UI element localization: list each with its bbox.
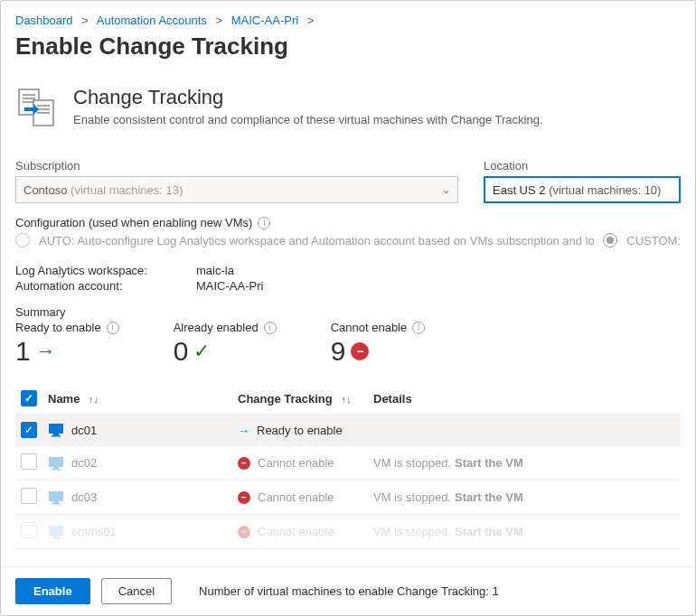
- svg-rect-18: [53, 536, 59, 537]
- vm-name: dc02: [71, 456, 97, 470]
- subscription-dropdown[interactable]: Contoso (virtual machines: 13) ⌄: [15, 176, 458, 203]
- status-text: Ready to enable: [257, 424, 343, 437]
- config-label: Configuration (used when enabling new VM…: [15, 216, 681, 229]
- radio-auto[interactable]: [15, 233, 30, 247]
- row-checkbox: [21, 488, 37, 504]
- workspace-label: Log Analytics workspace:: [15, 264, 196, 277]
- vm-icon: [48, 423, 64, 437]
- cannot-count: 9: [331, 336, 346, 367]
- cannot-label: Cannot enable: [331, 321, 408, 334]
- chevron-right-icon: >: [216, 14, 223, 27]
- ready-count: 1: [15, 336, 31, 367]
- svg-rect-14: [49, 491, 63, 501]
- svg-rect-12: [53, 467, 59, 469]
- svg-rect-17: [49, 526, 63, 536]
- blocked-icon: −: [351, 342, 369, 360]
- svg-rect-16: [52, 503, 61, 505]
- sort-icon[interactable]: ↑↓: [89, 394, 99, 405]
- enable-button[interactable]: Enable: [15, 578, 90, 604]
- status-text: Cannot enable: [258, 456, 334, 470]
- svg-rect-11: [49, 457, 63, 467]
- details-text: VM is stopped.: [373, 490, 451, 504]
- subscription-label: Subscription: [15, 159, 458, 173]
- vm-icon: [48, 525, 64, 539]
- workspace-value: maic-la: [196, 264, 234, 277]
- arrow-right-icon: →: [36, 340, 56, 363]
- row-checkbox[interactable]: ✓: [21, 422, 37, 438]
- chevron-right-icon: >: [81, 14, 89, 27]
- hero-subtitle: Enable consistent control and compliance…: [73, 113, 543, 126]
- table-row[interactable]: dc02−Cannot enableVM is stopped.Start th…: [15, 446, 681, 481]
- table-row[interactable]: ✓dc01→Ready to enable: [15, 415, 681, 446]
- cancel-button[interactable]: Cancel: [101, 578, 172, 604]
- row-checkbox: [21, 522, 37, 538]
- automation-label: Automation account:: [15, 279, 196, 293]
- blocked-icon: −: [238, 491, 250, 504]
- config-auto-text: AUTO: Auto-configure Log Analytics works…: [39, 234, 594, 247]
- info-icon[interactable]: i: [107, 322, 119, 334]
- subscription-value: Contoso: [24, 183, 67, 197]
- checkmark-icon: ✓: [193, 340, 210, 363]
- svg-rect-10: [52, 435, 61, 437]
- status-text: Cannot enable: [258, 525, 334, 538]
- chevron-down-icon: ⌄: [442, 184, 450, 196]
- blocked-icon: −: [238, 526, 250, 538]
- subscription-count: (virtual machines: 13): [71, 183, 183, 197]
- details-text: VM is stopped.: [373, 525, 451, 538]
- vm-icon: [48, 456, 64, 471]
- start-vm-link[interactable]: Start the VM: [455, 525, 523, 538]
- hero-title: Change Tracking: [73, 86, 543, 109]
- status-text: Cannot enable: [258, 490, 334, 504]
- vm-table: ✓ Name ↑↓ Change Tracking ↑↓ Details ✓dc…: [15, 383, 681, 549]
- vm-icon: [48, 490, 64, 505]
- breadcrumb-dashboard[interactable]: Dashboard: [15, 14, 73, 27]
- breadcrumb: Dashboard > Automation Accounts > MAIC-A…: [15, 14, 681, 27]
- location-value: East US 2: [493, 183, 546, 197]
- ready-label: Ready to enable: [15, 321, 101, 334]
- info-icon[interactable]: i: [258, 217, 270, 229]
- svg-rect-8: [49, 424, 63, 434]
- row-checkbox: [21, 453, 37, 470]
- info-icon[interactable]: i: [264, 322, 277, 334]
- summary-title: Summary: [15, 305, 681, 319]
- svg-rect-19: [52, 537, 61, 539]
- location-label: Location: [484, 159, 681, 173]
- col-name[interactable]: Name: [48, 392, 80, 406]
- col-change-tracking[interactable]: Change Tracking: [238, 392, 333, 406]
- location-count: (virtual machines: 10): [549, 183, 661, 197]
- vm-name: dc01: [71, 424, 97, 437]
- arrow-right-icon: →: [238, 424, 249, 437]
- page-title: Enable Change Tracking: [15, 33, 681, 61]
- info-icon[interactable]: i: [412, 322, 425, 334]
- config-custom-text: CUSTOM:: [626, 234, 681, 247]
- vm-name: dc03: [71, 490, 97, 504]
- col-details[interactable]: Details: [373, 392, 412, 406]
- vm-name: omms01: [71, 525, 117, 538]
- svg-rect-15: [53, 501, 59, 503]
- breadcrumb-maic-aa-pri[interactable]: MAIC-AA-Pri: [231, 14, 298, 27]
- details-text: VM is stopped.: [373, 456, 451, 470]
- sort-icon[interactable]: ↑↓: [341, 394, 351, 405]
- automation-value: MAIC-AA-Pri: [196, 279, 263, 293]
- blocked-icon: −: [238, 457, 250, 470]
- chevron-right-icon: >: [307, 14, 315, 27]
- start-vm-link[interactable]: Start the VM: [455, 490, 523, 504]
- already-label: Already enabled: [174, 321, 259, 334]
- svg-rect-9: [53, 434, 59, 435]
- table-row[interactable]: omms01−Cannot enableVM is stopped.Start …: [15, 515, 681, 549]
- footer: Enable Cancel Number of virtual machines…: [1, 566, 695, 615]
- footer-count-text: Number of virtual machines to enable Cha…: [199, 584, 499, 598]
- change-tracking-icon: [15, 86, 59, 132]
- location-dropdown[interactable]: East US 2 (virtual machines: 10): [484, 176, 681, 203]
- breadcrumb-automation-accounts[interactable]: Automation Accounts: [97, 14, 207, 27]
- already-count: 0: [174, 336, 189, 367]
- svg-rect-13: [52, 469, 61, 471]
- start-vm-link[interactable]: Start the VM: [455, 456, 523, 470]
- select-all-checkbox[interactable]: ✓: [21, 390, 37, 406]
- table-row[interactable]: dc03−Cannot enableVM is stopped.Start th…: [15, 481, 681, 515]
- radio-custom[interactable]: [603, 233, 617, 247]
